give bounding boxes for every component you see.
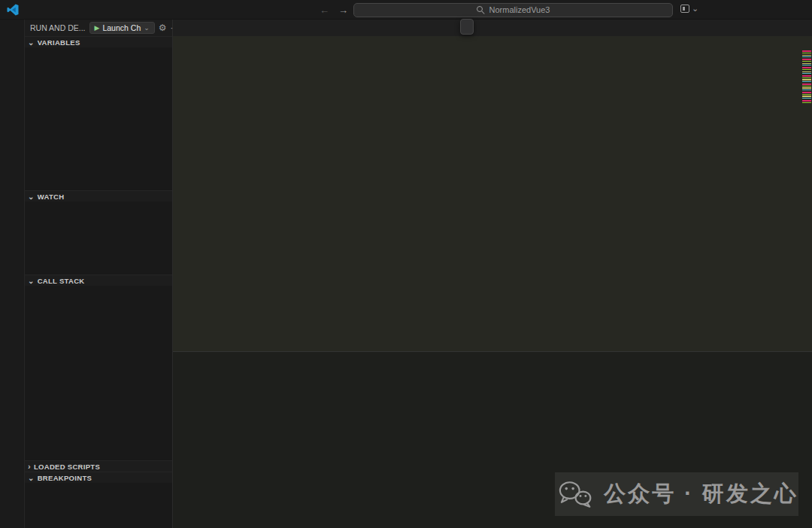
- vscode-window: ← → NormalizedVue3 ⌄ RUN AND DE... ▶ Lau…: [0, 0, 812, 528]
- launch-config-button[interactable]: ▶ Launch Ch ⌄: [89, 22, 155, 34]
- chevron-down-icon: [28, 277, 35, 285]
- debug-toolbar: [460, 19, 474, 35]
- minimap[interactable]: [802, 50, 811, 103]
- section-header-variables[interactable]: VARIABLES: [25, 36, 172, 47]
- vscode-logo-icon: [6, 3, 20, 17]
- command-center-search[interactable]: NormalizedVue3: [353, 3, 673, 17]
- chevron-down-icon: [28, 474, 35, 482]
- editor-group: [173, 20, 812, 528]
- layout-icon: [680, 5, 689, 13]
- activity-bar: [0, 20, 25, 528]
- configure-gear-icon[interactable]: ⚙: [159, 23, 167, 33]
- chevron-right-icon: [28, 462, 31, 471]
- section-header-watch[interactable]: WATCH: [25, 190, 172, 202]
- section-header-breakpoints[interactable]: BREAKPOINTS: [25, 472, 172, 483]
- run-and-debug-header: RUN AND DE... ▶ Launch Ch ⌄ ⚙ ···: [25, 20, 172, 36]
- title-bar: ← → NormalizedVue3 ⌄: [0, 0, 812, 20]
- panel-header: [173, 352, 812, 369]
- debug-side-panel: RUN AND DE... ▶ Launch Ch ⌄ ⚙ ··· VARIAB…: [25, 20, 173, 528]
- watch-list: [25, 202, 172, 275]
- layout-toggle[interactable]: ⌄: [680, 4, 698, 14]
- search-icon: [477, 6, 485, 14]
- search-text: NormalizedVue3: [489, 5, 550, 14]
- panel-title: RUN AND DE...: [30, 23, 86, 32]
- nav-forward-icon[interactable]: →: [338, 5, 348, 16]
- variables-list: [25, 47, 172, 190]
- tab-strip: [173, 20, 812, 36]
- terminal-output[interactable]: [173, 369, 812, 376]
- chevron-down-icon: ⌄: [144, 24, 150, 32]
- chevron-down-icon: [28, 38, 35, 47]
- section-header-loaded-scripts[interactable]: LOADED SCRIPTS: [25, 460, 172, 472]
- call-stack-list: [25, 286, 172, 460]
- chevron-down-icon: [28, 193, 35, 201]
- wechat-icon: [555, 478, 595, 510]
- watermark-text: 公众号 · 研发之心: [604, 479, 798, 509]
- launch-config-label: Launch Ch: [102, 23, 141, 32]
- watermark: 公众号 · 研发之心: [555, 472, 798, 516]
- code-editor[interactable]: [173, 49, 812, 351]
- start-debugging-icon: ▶: [95, 24, 100, 32]
- breadcrumb: [173, 36, 812, 49]
- section-header-call-stack[interactable]: CALL STACK: [25, 275, 172, 286]
- nav-back-icon[interactable]: ←: [320, 5, 329, 16]
- history-nav: ← →: [320, 0, 348, 20]
- chevron-down-icon: ⌄: [692, 4, 698, 14]
- breakpoints-list: [25, 483, 172, 528]
